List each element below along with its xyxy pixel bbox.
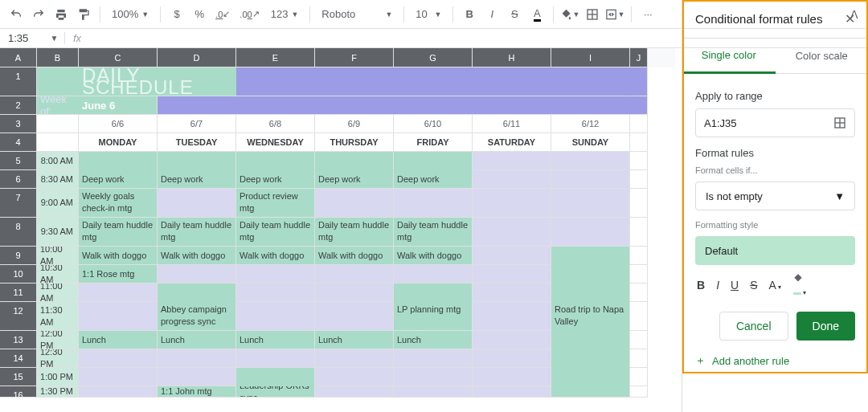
row-10[interactable]: 10 10:30 AM 1:1 Rose mtg	[0, 265, 675, 284]
row-6[interactable]: 6 8:30 AM Deep work Deep work Deep work …	[0, 170, 675, 189]
more-button[interactable]: ···	[638, 5, 657, 24]
col-I[interactable]: I	[551, 48, 630, 67]
col-D[interactable]: D	[158, 48, 236, 67]
name-box[interactable]: 1:35	[0, 32, 44, 44]
panel-body: Apply to range A1:J35 Format rules Forma…	[682, 74, 868, 412]
redo-icon	[32, 8, 45, 21]
rowhead-16[interactable]: 16	[0, 386, 37, 398]
row-5[interactable]: 5 8:00 AM	[0, 152, 675, 170]
merge-button[interactable]: ▼	[605, 5, 624, 24]
font-name: Roboto	[321, 8, 355, 20]
print-icon	[55, 8, 68, 21]
rowhead-10[interactable]: 10	[0, 265, 37, 284]
row-16[interactable]: 16 1:30 PM 1:1 John mtg Leadership OKRs …	[0, 386, 675, 398]
percent-button[interactable]: %	[190, 5, 209, 24]
text-color-button[interactable]: A	[527, 5, 547, 24]
row-15[interactable]: 15 1:00 PM	[0, 368, 675, 386]
row-9[interactable]: 9 10:00 AM Walk with doggo Walk with dog…	[0, 247, 675, 265]
row-2[interactable]: 2 Week of: June 6	[0, 96, 675, 115]
title-text: DAILY SCHEDULE	[82, 69, 232, 93]
fill-color-button[interactable]: ▼	[560, 5, 579, 24]
col-F[interactable]: F	[315, 48, 394, 67]
row-8[interactable]: 8 9:30 AM Daily team huddle mtg Daily te…	[0, 218, 675, 247]
caret-down-icon: ▼	[291, 10, 298, 18]
format-buttons-row: B I U S A ▾ ▾	[695, 265, 855, 305]
borders-button[interactable]	[583, 5, 602, 24]
condition-value: Is not empty	[706, 190, 763, 202]
week-value: June 6	[82, 100, 115, 112]
font-size-dropdown[interactable]: 10▼	[411, 5, 446, 24]
default-style-preview[interactable]: Default	[695, 236, 855, 265]
row-7[interactable]: 7 9:00 AM Weekly goals check-in mtg Prod…	[0, 189, 675, 218]
caret-down-icon: ▼	[617, 10, 624, 18]
col-C[interactable]: C	[79, 48, 158, 67]
borders-icon	[586, 8, 599, 21]
rowhead-6[interactable]: 6	[0, 170, 37, 189]
font-dropdown[interactable]: Roboto▼	[317, 5, 397, 24]
tab-single-color[interactable]: Single color	[682, 39, 776, 74]
print-button[interactable]	[51, 5, 71, 24]
fill-icon	[560, 8, 572, 21]
row-3[interactable]: 3 6/6 6/7 6/8 6/9 6/10 6/11 6/12	[0, 115, 675, 133]
caret-down-icon: ▼	[834, 190, 845, 202]
rowhead-1[interactable]: 1	[0, 67, 37, 96]
col-E[interactable]: E	[236, 48, 315, 67]
redo-button[interactable]	[29, 5, 48, 24]
grid[interactable]: 1 DAILY SCHEDULE 2 Week of: June 6 3 6/6…	[0, 67, 675, 398]
rowhead-11[interactable]: 11	[0, 284, 37, 302]
row-12[interactable]: 12 11:30 AM Abbey campaign progress sync…	[0, 302, 675, 331]
text-color-format-button[interactable]: A ▾	[768, 279, 781, 292]
add-another-rule-button[interactable]: ＋ Add another rule	[695, 353, 855, 368]
undo-button[interactable]	[6, 5, 26, 24]
rowhead-8[interactable]: 8	[0, 218, 37, 247]
col-B[interactable]: B	[37, 48, 79, 67]
rowhead-4[interactable]: 4	[0, 133, 37, 152]
close-button[interactable]: ✕	[845, 11, 855, 27]
rowhead-7[interactable]: 7	[0, 189, 37, 218]
cancel-button[interactable]: Cancel	[719, 312, 788, 341]
rowhead-5[interactable]: 5	[0, 152, 37, 170]
italic-format-button[interactable]: I	[716, 279, 719, 292]
strike-format-button[interactable]: S	[750, 279, 757, 292]
rowhead-12[interactable]: 12	[0, 302, 37, 331]
column-headers: B C D E F G H I J	[0, 48, 675, 67]
panel-header: Conditional format rules ✕	[682, 0, 868, 39]
caret-down-icon: ▼	[141, 10, 149, 18]
conditional-format-panel: Conditional format rules ✕ Single color …	[682, 0, 868, 412]
more-formats-dropdown[interactable]: 123▼	[266, 5, 304, 24]
rowhead-13[interactable]: 13	[0, 331, 37, 349]
done-button[interactable]: Done	[796, 312, 855, 341]
zoom-dropdown[interactable]: 100%▼	[107, 5, 154, 24]
col-G[interactable]: G	[394, 48, 473, 67]
week-of-label: Week of:	[40, 96, 75, 115]
strike-button[interactable]: S	[505, 5, 524, 24]
col-J[interactable]: J	[630, 48, 648, 67]
col-H[interactable]: H	[473, 48, 551, 67]
bold-format-button[interactable]: B	[697, 279, 705, 292]
rowhead-3[interactable]: 3	[0, 115, 37, 133]
grid-icon[interactable]	[833, 116, 846, 129]
sheet-area[interactable]: B C D E F G H I J A 1 DAILY SCHEDULE 2 W…	[0, 48, 675, 412]
row-11[interactable]: 11 11:00 AM	[0, 284, 675, 302]
paint-format-button[interactable]	[74, 5, 93, 24]
decrease-decimal-button[interactable]: .0↙	[212, 5, 233, 24]
increase-decimal-button[interactable]: .00↗	[236, 5, 262, 24]
rowhead-2[interactable]: 2	[0, 96, 37, 115]
row-1[interactable]: 1 DAILY SCHEDULE	[0, 67, 675, 96]
row-13[interactable]: 13 12:00 PM Lunch Lunch Lunch Lunch Lunc…	[0, 331, 675, 349]
range-input[interactable]: A1:J35	[695, 108, 855, 137]
condition-select[interactable]: Is not empty ▼	[695, 182, 855, 210]
italic-button[interactable]: I	[482, 5, 502, 24]
col-A[interactable]: A	[0, 48, 37, 67]
bold-button[interactable]: B	[460, 5, 479, 24]
fill-color-format-button[interactable]: ▾	[792, 273, 806, 297]
underline-format-button[interactable]: U	[731, 279, 739, 292]
currency-button[interactable]: $	[167, 5, 186, 24]
rowhead-14[interactable]: 14	[0, 349, 37, 368]
rowhead-9[interactable]: 9	[0, 247, 37, 265]
rowhead-15[interactable]: 15	[0, 368, 37, 386]
row-4[interactable]: 4 MONDAY TUESDAY WEDNESDAY THURSDAY FRID…	[0, 133, 675, 152]
tab-color-scale[interactable]: Color scale	[776, 39, 869, 74]
name-box-dropdown[interactable]: ▼	[44, 34, 64, 43]
row-14[interactable]: 14 12:30 PM	[0, 349, 675, 368]
